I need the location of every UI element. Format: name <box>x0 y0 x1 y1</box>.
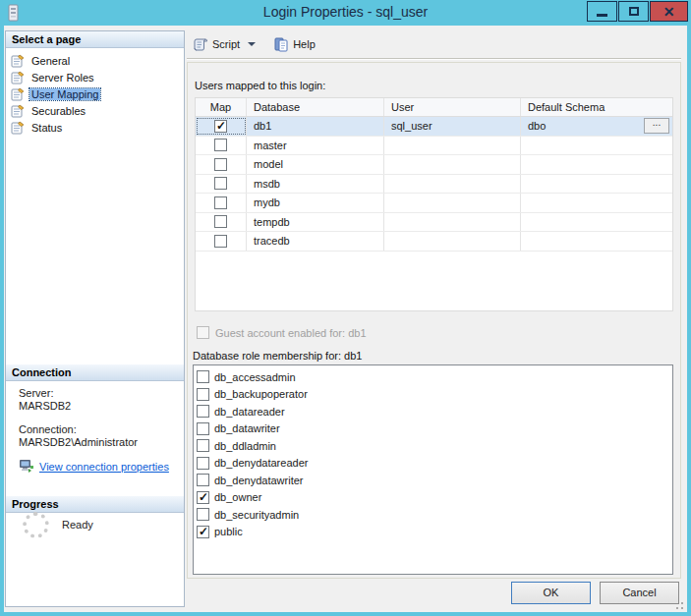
role-label: db_datareader <box>214 406 285 418</box>
map-cell <box>196 213 247 232</box>
dialog-client-area: Select a page GeneralServer RolesUser Ma… <box>4 26 687 612</box>
role-checkbox[interactable] <box>197 457 209 470</box>
role-checkbox[interactable] <box>197 388 209 401</box>
server-label: Server: <box>19 387 169 400</box>
user-cell <box>384 155 521 174</box>
map-cell <box>196 155 247 174</box>
default-schema-cell <box>521 232 672 251</box>
map-checkbox[interactable] <box>214 139 227 151</box>
user-cell: sql_user <box>384 117 521 136</box>
role-checkbox[interactable] <box>197 508 209 521</box>
role-item-db_datawriter[interactable]: db_datawriter <box>197 420 672 438</box>
role-label: db_backupoperator <box>214 388 308 400</box>
user-cell <box>384 175 521 194</box>
sidebar-item-label: Securables <box>29 105 87 117</box>
role-item-db_denydatawriter[interactable]: db_denydatawriter <box>197 472 672 489</box>
map-checkbox[interactable] <box>214 196 227 209</box>
login-properties-dialog: Login Properties - sql_user ✕ Select a p… <box>0 0 691 616</box>
role-item-db_securityadmin[interactable]: db_securityadmin <box>197 506 672 524</box>
table-row[interactable]: tracedb <box>196 232 672 252</box>
sidebar-item-securables[interactable]: Securables <box>6 102 184 119</box>
column-header-database[interactable]: Database <box>247 98 384 116</box>
map-checkbox[interactable] <box>214 158 227 171</box>
progress-status: Ready <box>62 519 93 531</box>
role-checkbox[interactable] <box>197 439 209 452</box>
map-checkbox[interactable] <box>214 215 227 228</box>
database-cell: msdb <box>247 175 384 194</box>
role-label: db_datawriter <box>214 422 280 434</box>
default-schema-cell: dbo... <box>521 117 672 136</box>
page-icon <box>11 71 26 84</box>
role-label: db_owner <box>214 491 261 503</box>
role-item-db_accessadmin[interactable]: db_accessadmin <box>197 368 672 386</box>
role-checkbox[interactable] <box>197 474 209 486</box>
help-button[interactable]: Help <box>269 35 319 54</box>
role-item-db_datareader[interactable]: db_datareader <box>197 403 672 420</box>
sidebar-item-user-mapping[interactable]: User Mapping <box>6 85 184 102</box>
map-checkbox[interactable] <box>214 235 227 248</box>
database-cell: master <box>247 137 384 155</box>
page-list: GeneralServer RolesUser MappingSecurable… <box>6 48 184 136</box>
map-cell <box>196 194 247 212</box>
table-row[interactable]: master <box>196 137 672 156</box>
connection-header: Connection <box>6 364 184 381</box>
sidebar-item-server-roles[interactable]: Server Roles <box>6 69 184 85</box>
ok-button[interactable]: OK <box>511 582 591 604</box>
view-connection-properties-link[interactable]: View connection properties <box>39 461 169 474</box>
role-item-db_backupoperator[interactable]: db_backupoperator <box>197 386 672 404</box>
users-mapped-label: Users mapped to this login: <box>195 80 325 91</box>
maximize-button[interactable] <box>618 1 649 22</box>
minimize-button[interactable] <box>587 1 617 22</box>
sidebar: Select a page GeneralServer RolesUser Ma… <box>5 30 185 607</box>
browse-schema-button[interactable]: ... <box>644 118 669 134</box>
cancel-button[interactable]: Cancel <box>600 582 679 604</box>
script-button[interactable]: Script <box>189 35 259 54</box>
table-row[interactable]: tempdb <box>196 213 672 233</box>
column-header-map[interactable]: Map <box>196 98 247 116</box>
sidebar-item-general[interactable]: General <box>6 52 184 69</box>
sidebar-item-status[interactable]: Status <box>6 119 184 136</box>
maximize-icon <box>629 7 639 16</box>
table-row[interactable]: db1sql_userdbo... <box>196 117 672 137</box>
map-cell <box>196 175 247 194</box>
script-label: Script <box>212 38 240 50</box>
user-cell <box>384 213 521 232</box>
role-checkbox[interactable] <box>197 422 209 435</box>
column-header-default-schema[interactable]: Default Schema <box>521 98 672 116</box>
role-item-public[interactable]: public <box>197 524 672 541</box>
guest-account-label: Guest account enabled for: db1 <box>215 327 367 339</box>
role-label: db_ddladmin <box>214 440 276 452</box>
table-header-row: MapDatabaseUserDefault Schema <box>196 98 672 117</box>
map-checkbox[interactable] <box>214 120 227 133</box>
map-cell <box>196 137 247 155</box>
progress-header: Progress <box>6 496 184 513</box>
table-row[interactable]: model <box>196 155 672 175</box>
role-label: db_denydatawriter <box>214 475 304 486</box>
user-mapping-table[interactable]: MapDatabaseUserDefault Schemadb1sql_user… <box>195 97 673 311</box>
map-cell <box>196 232 247 251</box>
role-membership-list[interactable]: db_accessadmindb_backupoperatordb_datare… <box>193 364 673 575</box>
help-label: Help <box>293 38 316 50</box>
database-cell: tracedb <box>247 232 384 251</box>
role-label: public <box>214 526 243 537</box>
table-row[interactable]: msdb <box>196 175 672 195</box>
help-icon <box>273 37 289 52</box>
close-button[interactable]: ✕ <box>650 1 688 22</box>
role-checkbox[interactable] <box>197 405 209 418</box>
role-item-db_ddladmin[interactable]: db_ddladmin <box>197 437 672 455</box>
guest-account-row: Guest account enabled for: db1 <box>197 326 367 339</box>
map-cell <box>196 117 247 136</box>
role-item-db_denydatareader[interactable]: db_denydatareader <box>197 455 672 473</box>
column-header-user[interactable]: User <box>384 98 521 116</box>
role-checkbox[interactable] <box>197 370 209 383</box>
role-checkbox[interactable] <box>197 491 209 504</box>
role-item-db_owner[interactable]: db_owner <box>197 489 672 507</box>
toolbar-separator <box>187 58 681 60</box>
map-checkbox[interactable] <box>214 177 227 190</box>
guest-account-checkbox[interactable] <box>197 326 209 339</box>
role-checkbox[interactable] <box>197 526 209 538</box>
close-icon: ✕ <box>663 5 675 19</box>
table-row[interactable]: mydb <box>196 194 672 213</box>
page-icon <box>11 54 26 68</box>
resize-grip[interactable] <box>672 598 684 610</box>
